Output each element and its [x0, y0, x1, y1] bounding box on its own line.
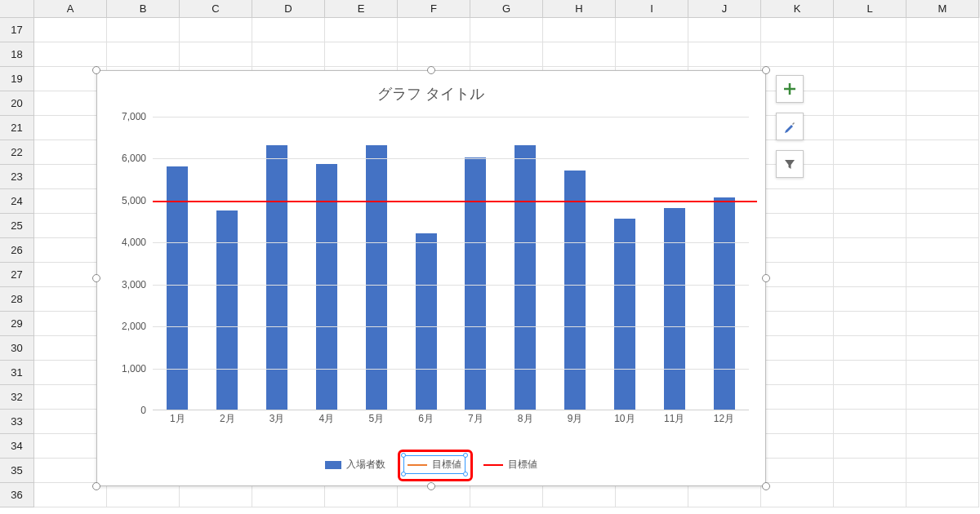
cell[interactable]	[906, 42, 979, 67]
cell[interactable]	[398, 18, 470, 42]
cell[interactable]	[834, 385, 906, 410]
cell[interactable]	[761, 214, 834, 238]
row-header[interactable]: 35	[0, 459, 34, 483]
bar[interactable]	[564, 171, 586, 410]
cell[interactable]	[834, 459, 906, 483]
cell[interactable]	[325, 42, 398, 67]
cell[interactable]	[761, 312, 834, 336]
column-header[interactable]: F	[398, 0, 470, 18]
cell[interactable]	[470, 483, 543, 507]
column-header[interactable]: J	[688, 0, 761, 18]
column-header[interactable]: C	[180, 0, 252, 18]
cell[interactable]	[616, 18, 688, 42]
cell[interactable]	[761, 287, 834, 312]
cell[interactable]	[470, 42, 543, 67]
chart-legend[interactable]: 入場者数 目標値 目標値	[97, 455, 765, 474]
cell[interactable]	[688, 483, 761, 507]
select-all-corner[interactable]	[0, 0, 34, 18]
cell[interactable]	[761, 336, 834, 361]
cell[interactable]	[834, 140, 906, 165]
cell[interactable]	[906, 214, 979, 238]
chart-object[interactable]: グラフ タイトル 7,0006,0005,0004,0003,0002,0001…	[96, 70, 766, 486]
resize-handle-ml[interactable]	[92, 274, 100, 282]
row-header[interactable]: 34	[0, 434, 34, 459]
cell[interactable]	[761, 263, 834, 287]
cell[interactable]	[761, 361, 834, 385]
row-header[interactable]: 27	[0, 263, 34, 287]
cell[interactable]	[688, 42, 761, 67]
cell[interactable]	[252, 483, 325, 507]
cell[interactable]	[834, 238, 906, 263]
cell[interactable]	[906, 434, 979, 459]
cell[interactable]	[906, 263, 979, 287]
column-header[interactable]: M	[906, 0, 979, 18]
column-header[interactable]: L	[834, 0, 906, 18]
column-header[interactable]: A	[34, 0, 107, 18]
cell[interactable]	[761, 238, 834, 263]
column-header[interactable]: K	[761, 0, 834, 18]
row-header[interactable]: 28	[0, 287, 34, 312]
bar[interactable]	[514, 145, 536, 410]
row-header[interactable]: 24	[0, 189, 34, 214]
cell[interactable]	[906, 312, 979, 336]
cell[interactable]	[325, 483, 398, 507]
cell[interactable]	[761, 410, 834, 434]
resize-handle-tl[interactable]	[92, 66, 100, 74]
column-header[interactable]: D	[252, 0, 325, 18]
cell[interactable]	[107, 18, 180, 42]
resize-handle-mr[interactable]	[762, 274, 770, 282]
bar[interactable]	[366, 145, 387, 410]
legend-item-target-orange[interactable]: 目標値	[403, 455, 466, 474]
bar[interactable]	[266, 145, 287, 410]
row-header[interactable]: 18	[0, 42, 34, 67]
resize-handle-tm[interactable]	[427, 66, 435, 74]
row-header[interactable]: 30	[0, 336, 34, 361]
cell[interactable]	[834, 116, 906, 140]
cell[interactable]	[180, 483, 252, 507]
column-header[interactable]: I	[616, 0, 688, 18]
cell[interactable]	[834, 483, 906, 507]
row-header[interactable]: 23	[0, 165, 34, 189]
legend-item-target-red[interactable]: 目標値	[480, 456, 541, 473]
chart-title[interactable]: グラフ タイトル	[97, 71, 765, 109]
cell[interactable]	[34, 42, 107, 67]
cell[interactable]	[906, 410, 979, 434]
cell[interactable]	[470, 18, 543, 42]
cell[interactable]	[398, 42, 470, 67]
cell[interactable]	[834, 287, 906, 312]
column-header[interactable]: G	[470, 0, 543, 18]
resize-handle-br[interactable]	[762, 482, 770, 490]
cell[interactable]	[34, 18, 107, 42]
plot-area[interactable]: 7,0006,0005,0004,0003,0002,0001,0000 1月2…	[112, 117, 752, 427]
bar[interactable]	[714, 197, 735, 410]
chart-filters-button[interactable]	[776, 150, 804, 178]
row-header[interactable]: 32	[0, 385, 34, 410]
cell[interactable]	[834, 410, 906, 434]
row-header[interactable]: 25	[0, 214, 34, 238]
cell[interactable]	[761, 42, 834, 67]
row-header[interactable]: 36	[0, 483, 34, 507]
column-header[interactable]: B	[107, 0, 180, 18]
cell[interactable]	[906, 140, 979, 165]
bar[interactable]	[167, 166, 188, 410]
cell[interactable]	[906, 336, 979, 361]
cell[interactable]	[906, 116, 979, 140]
row-header[interactable]: 22	[0, 140, 34, 165]
chart-elements-button[interactable]	[776, 75, 804, 103]
cell[interactable]	[834, 312, 906, 336]
resize-handle-tr[interactable]	[762, 66, 770, 74]
column-header[interactable]: H	[543, 0, 616, 18]
target-line-red[interactable]	[153, 201, 757, 202]
bar[interactable]	[416, 233, 437, 410]
cell[interactable]	[834, 214, 906, 238]
row-header[interactable]: 21	[0, 116, 34, 140]
row-header[interactable]: 33	[0, 410, 34, 434]
cell[interactable]	[834, 361, 906, 385]
row-header[interactable]: 31	[0, 361, 34, 385]
cell[interactable]	[834, 189, 906, 214]
cell[interactable]	[761, 385, 834, 410]
cell[interactable]	[761, 459, 834, 483]
cell[interactable]	[834, 165, 906, 189]
cell[interactable]	[834, 434, 906, 459]
legend-item-bar[interactable]: 入場者数	[322, 456, 389, 473]
